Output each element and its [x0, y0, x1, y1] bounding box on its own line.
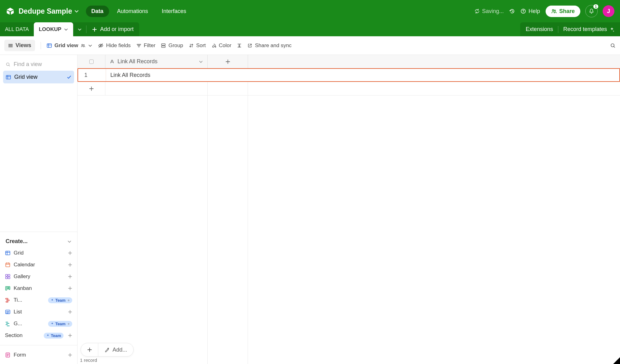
views-sidebar-toggle[interactable]: Views — [4, 40, 35, 51]
add-or-import-button[interactable]: Add or import — [86, 22, 139, 36]
nav-data[interactable]: Data — [86, 6, 109, 17]
table-tab-lookup[interactable]: LOOKUP — [34, 22, 73, 36]
svg-point-4 — [552, 10, 554, 11]
team-badge: Team — [44, 333, 64, 339]
nav-automations[interactable]: Automations — [112, 6, 154, 17]
svg-rect-19 — [8, 274, 10, 276]
vtype-label: Kanban — [14, 285, 32, 291]
plus-icon[interactable] — [68, 333, 72, 338]
svg-rect-10 — [162, 44, 165, 45]
table-tab-label: ALL DATA — [5, 26, 29, 33]
share-sync-button[interactable]: Share and sync — [247, 42, 291, 49]
create-gantt-view[interactable]: G... Team+ — [3, 318, 74, 330]
extensions-button[interactable]: Extensions — [526, 26, 553, 33]
grid-cell[interactable]: Link All Records — [106, 69, 208, 81]
hide-fields-button[interactable]: Hide fields — [98, 42, 131, 49]
plus-icon[interactable] — [68, 251, 72, 255]
chevron-down-icon[interactable] — [64, 27, 68, 32]
record-templates-button[interactable]: Record templates — [563, 26, 614, 33]
row-number[interactable]: 1 — [78, 69, 106, 81]
view-toolbar: Views Grid view Hide fields Filter Group — [0, 36, 620, 55]
team-badge: Team+ — [48, 321, 72, 327]
svg-point-12 — [215, 46, 216, 47]
vtype-label: Gallery — [14, 273, 30, 280]
search-icon — [6, 62, 11, 67]
vtype-label: Section — [5, 332, 23, 339]
base-menu-chevron-icon[interactable] — [74, 9, 79, 14]
svg-rect-17 — [6, 263, 10, 267]
plus-icon[interactable] — [68, 310, 72, 314]
search-records-button[interactable] — [610, 43, 616, 48]
form-icon — [5, 352, 11, 358]
group-icon — [161, 43, 166, 48]
group-button[interactable]: Group — [161, 42, 183, 49]
current-view-button[interactable]: Grid view — [46, 42, 93, 49]
create-view-header[interactable]: Create... — [3, 236, 74, 247]
svg-rect-20 — [6, 277, 7, 279]
svg-point-8 — [83, 44, 84, 45]
vtype-label: Form — [14, 352, 26, 358]
share-button[interactable]: Share — [546, 6, 580, 17]
chevron-down-icon — [67, 239, 72, 244]
magic-wand-icon — [104, 347, 109, 352]
create-gallery-view[interactable]: Gallery — [3, 271, 74, 282]
plus-icon[interactable] — [68, 353, 72, 357]
create-calendar-view[interactable]: Calendar — [3, 259, 74, 271]
checkbox-icon[interactable] — [89, 60, 94, 64]
plus-icon[interactable] — [68, 263, 72, 267]
find-view-input[interactable]: Find a view — [3, 58, 74, 71]
svg-rect-22 — [6, 286, 7, 290]
floating-add-record[interactable] — [81, 343, 98, 356]
select-all-cell[interactable] — [78, 55, 105, 68]
floating-add-bar: Add... — [81, 343, 134, 357]
grid-row-selected[interactable]: 1 Link All Records — [78, 68, 620, 82]
create-kanban-view[interactable]: Kanban — [3, 282, 74, 294]
svg-marker-2 — [11, 10, 14, 15]
floating-add-menu[interactable]: Add... — [98, 347, 133, 353]
svg-marker-0 — [7, 8, 14, 11]
text-field-icon — [110, 59, 114, 64]
record-templates-label: Record templates — [563, 26, 607, 33]
history-button[interactable] — [509, 8, 515, 14]
help-label: Help — [529, 8, 540, 15]
bell-icon — [589, 8, 594, 14]
sidebar-view-grid[interactable]: Grid view — [3, 71, 74, 83]
add-row[interactable] — [78, 82, 620, 95]
paint-icon — [211, 43, 216, 48]
help-icon — [520, 8, 526, 14]
nav-interfaces[interactable]: Interfaces — [156, 6, 192, 17]
sort-button[interactable]: Sort — [189, 42, 206, 49]
create-grid-view[interactable]: Grid — [3, 247, 74, 259]
add-field-button[interactable] — [208, 55, 248, 68]
saving-text: Saving... — [482, 8, 504, 15]
color-button[interactable]: Color — [211, 42, 232, 49]
floating-add-label: Add... — [113, 347, 127, 353]
tables-overflow-menu[interactable] — [73, 22, 86, 36]
row-height-button[interactable] — [237, 43, 242, 48]
resize-corner-icon — [613, 357, 620, 364]
notifications-button[interactable]: 1 — [585, 5, 598, 17]
people-icon — [551, 8, 557, 14]
create-timeline-view[interactable]: Ti... Team+ — [3, 294, 74, 306]
filter-button[interactable]: Filter — [136, 42, 156, 49]
svg-rect-24 — [9, 286, 10, 290]
plus-icon[interactable] — [68, 286, 72, 291]
svg-rect-25 — [6, 298, 8, 299]
svg-rect-11 — [162, 46, 165, 47]
user-avatar[interactable]: J — [603, 5, 614, 17]
add-row-plus[interactable] — [78, 82, 105, 95]
sparkle-icon — [609, 27, 614, 32]
plus-icon[interactable] — [68, 274, 72, 279]
help-button[interactable]: Help — [520, 8, 540, 15]
base-name[interactable]: Dedupe Sample — [19, 7, 72, 16]
history-icon — [509, 8, 515, 14]
table-tab-all-data[interactable]: ALL DATA — [0, 22, 34, 36]
find-view-placeholder: Find a view — [14, 61, 42, 68]
field-header[interactable]: Link All Records — [105, 55, 208, 68]
chevron-down-icon[interactable] — [88, 43, 92, 48]
create-section[interactable]: Section Team — [3, 330, 74, 341]
chevron-down-icon[interactable] — [199, 60, 203, 64]
create-form-view[interactable]: Form — [3, 349, 74, 361]
create-list-view[interactable]: List — [3, 306, 74, 318]
search-icon — [610, 43, 616, 48]
